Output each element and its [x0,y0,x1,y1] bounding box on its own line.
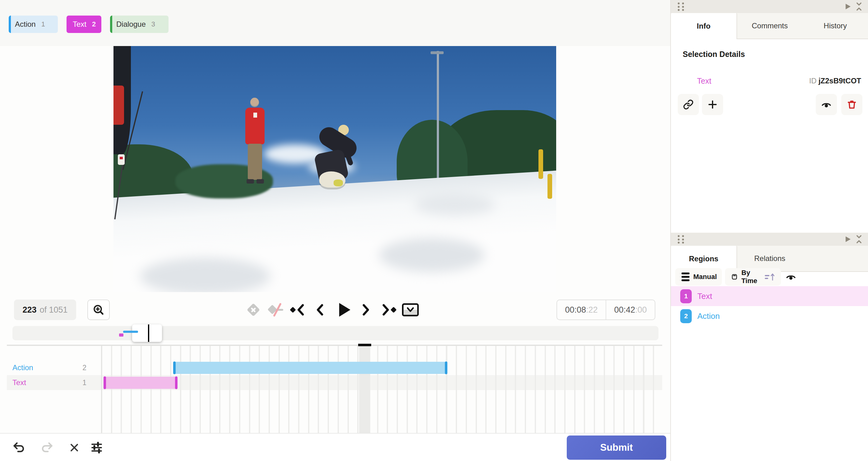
hide-region-button[interactable] [816,94,837,115]
timeline-region-action[interactable] [174,362,447,374]
shoe [256,179,264,183]
skier-with-bib [118,154,125,165]
redo-icon [40,442,54,453]
collapse-panel-icon[interactable] [855,2,863,11]
delete-selection-button[interactable] [65,438,84,457]
total-frames: of 1051 [39,305,67,315]
keyframe-add-icon [247,303,260,316]
label-tag-text-selected[interactable]: Text 2 [66,16,101,33]
submit-button[interactable]: Submit [567,435,666,460]
drag-handle-icon[interactable] [678,235,685,244]
current-frame: 223 [22,305,36,315]
video-labeling-app: Action 1 Text 2 Dialogue 3 [0,0,868,461]
link-icon [683,99,693,110]
tab-comments[interactable]: Comments [737,13,803,38]
snow-shading [414,194,495,215]
section-title: Selection Details [683,50,745,59]
current-time[interactable]: 00:08:22 [557,300,606,319]
track-label-text[interactable]: Text 1 [12,375,93,390]
keyframe-icon [290,307,296,313]
tag-label: Dialogue [116,20,146,29]
viewport-window[interactable] [132,324,162,342]
track-name: Action [12,363,33,372]
track-label-action[interactable]: Action 2 [12,360,93,375]
snow-shading [140,258,271,292]
details-panel: Info Comments History Selection Details … [670,0,868,233]
settings-button[interactable] [87,438,106,457]
toggle-all-regions-visibility-button[interactable] [785,271,797,284]
person-left-edge-jacket [114,86,124,125]
previous-frame-button[interactable] [313,299,327,320]
close-icon [69,442,80,453]
link-region-button[interactable] [678,94,699,115]
sort-by-label: By Time [741,269,761,285]
tag-hotkey: 2 [92,20,96,28]
minimap-text-region [119,334,123,337]
tag-hotkey: 3 [151,20,155,28]
chevron-left-icon [315,304,325,316]
total-time: 00:42:00 [606,300,655,319]
timeline-region-text[interactable] [104,377,177,389]
delete-region-button[interactable] [841,94,862,115]
keyframe-icon [391,307,397,313]
selected-region-label: Text [697,77,711,86]
trash-icon [846,99,857,110]
previous-keyframe-button[interactable] [288,299,308,320]
add-keyframe-button[interactable] [246,299,260,320]
playhead-column[interactable] [359,346,370,433]
play-button[interactable] [335,299,352,320]
video-frame[interactable] [114,46,556,292]
current-time-value: 00:08 [565,305,586,315]
panel-header[interactable] [671,233,868,246]
tag-color-stripe [9,16,11,33]
add-relation-button[interactable] [702,94,723,115]
chevron-right-icon [361,304,370,316]
time-display: 00:08:22 00:42:00 [557,299,655,320]
next-keyframe-button[interactable] [379,299,398,320]
light-pole-head [431,51,444,54]
frame-counter[interactable]: 223 of 1051 [14,299,76,320]
region-end-handle[interactable] [445,362,447,374]
detach-panel-icon[interactable] [846,4,850,9]
sort-ascending-icon [765,273,775,281]
minimap-action-region [123,331,138,333]
badge [253,113,257,118]
zoom-in-button[interactable] [87,299,110,320]
timeline-grid[interactable] [101,346,662,433]
tab-relations[interactable]: Relations [737,246,803,271]
pants [248,144,262,180]
tab-history[interactable]: History [802,13,868,38]
label-tag-action[interactable]: Action 1 [9,16,58,33]
panel-header[interactable] [671,0,868,13]
region-start-handle[interactable] [173,362,176,374]
region-box-icon [731,272,738,281]
sort-by-button[interactable]: By Time [725,268,781,286]
id-label: ID [809,77,817,85]
person-red-jacket [244,98,266,191]
drag-handle-icon[interactable] [678,2,685,11]
region-list-item-action[interactable]: 2 Action [671,306,868,326]
group-by-button[interactable]: Manual [675,268,722,286]
tab-spacer [802,246,868,271]
region-list-item-text[interactable]: 1 Text [671,286,868,306]
label-tag-dialogue[interactable]: Dialogue 3 [110,16,168,33]
details-tab-bar: Info Comments History [671,13,868,39]
next-frame-button[interactable] [359,299,372,320]
light-pole [437,51,439,189]
tab-info[interactable]: Info [671,13,737,39]
region-start-handle[interactable] [103,376,106,389]
region-end-handle[interactable] [175,376,178,389]
timeline-collapse-button[interactable] [402,299,419,320]
toggle-interpolation-button[interactable] [268,299,285,320]
detach-panel-icon[interactable] [846,236,850,242]
shoe [247,179,254,183]
timeline-minimap[interactable] [12,326,658,340]
total-time-value: 00:42 [614,305,635,315]
redo-button[interactable] [37,438,57,457]
group-manual-icon [681,272,689,281]
collapse-panel-icon[interactable] [855,234,863,244]
group-by-label: Manual [693,273,717,281]
playhead-marker[interactable] [148,324,149,342]
undo-button[interactable] [9,438,29,457]
playhead-handle[interactable] [358,344,371,346]
